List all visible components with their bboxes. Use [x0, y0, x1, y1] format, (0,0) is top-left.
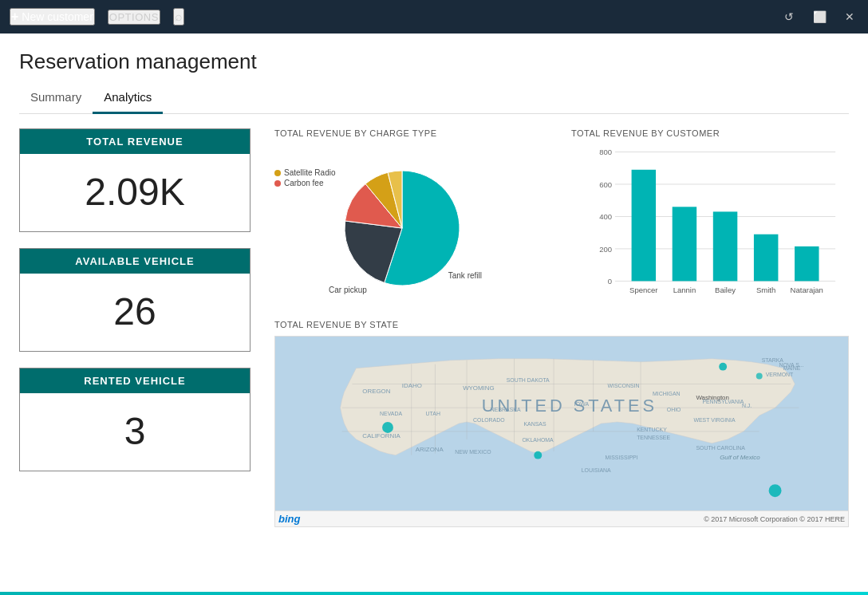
tab-summary[interactable]: Summary: [19, 85, 93, 114]
total-revenue-header: TOTAL REVENUE: [20, 129, 250, 154]
pie-legend: Satellite Radio Carbon fee: [274, 168, 335, 189]
svg-text:VERMONT: VERMONT: [766, 372, 794, 377]
rented-vehicle-header: RENTED VEHICLE: [20, 368, 250, 393]
total-revenue-card: TOTAL REVENUE 2.09K: [19, 128, 251, 232]
top-bar: + New customer OPTIONS ⌕ ↺ ⬜ ✕: [0, 0, 868, 33]
svg-text:KENTUCKY: KENTUCKY: [637, 427, 667, 432]
tab-analytics[interactable]: Analytics: [93, 85, 163, 114]
svg-text:400: 400: [599, 212, 612, 221]
svg-text:IOWA: IOWA: [574, 401, 590, 407]
svg-text:NEBRASKA: NEBRASKA: [491, 407, 521, 412]
svg-text:WEST VIRGINIA: WEST VIRGINIA: [693, 417, 736, 423]
map-copyright: © 2017 Microsoft Corporation © 2017 HERE: [704, 515, 845, 523]
map-svg: UNITED STATES Washington Gulf of Mexico …: [275, 337, 848, 510]
pie-chart-section: TOTAL REVENUE by CHARGE TYPE Satellite R…: [274, 128, 552, 304]
kpi-column: TOTAL REVENUE 2.09K AVAILABLE VEHICLE 26…: [19, 128, 251, 527]
svg-text:MICHIGAN: MICHIGAN: [653, 391, 681, 396]
map-footer: bing © 2017 Microsoft Corporation © 2017…: [274, 511, 849, 527]
new-customer-button[interactable]: + New customer: [10, 8, 95, 26]
svg-rect-12: [673, 207, 696, 281]
analytics-layout: TOTAL REVENUE 2.09K AVAILABLE VEHICLE 26…: [19, 114, 849, 527]
svg-text:KANSAS: KANSAS: [523, 421, 546, 427]
bar-chart-title: TOTAL REVENUE by CUSTOMER: [571, 128, 849, 138]
svg-text:PENNSYLVANIA: PENNSYLVANIA: [702, 399, 744, 404]
car-pickup-label: Car pickup: [329, 286, 367, 294]
available-vehicle-card: AVAILABLE VEHICLE 26: [19, 248, 251, 352]
svg-rect-16: [754, 234, 778, 282]
plus-icon: +: [11, 10, 18, 24]
bing-logo: bing: [278, 513, 300, 525]
svg-text:OKLAHOMA: OKLAHOMA: [522, 437, 554, 443]
new-customer-label: New customer: [22, 10, 93, 23]
svg-text:WISCONSIN: WISCONSIN: [607, 383, 639, 388]
pie-chart-container: Satellite Radio Carbon fee: [274, 144, 482, 304]
svg-text:0: 0: [608, 277, 612, 286]
svg-text:Gulf of Mexico: Gulf of Mexico: [720, 454, 760, 461]
svg-text:CALIFORNIA: CALIFORNIA: [362, 432, 400, 439]
svg-text:SOUTH CAROLINA: SOUTH CAROLINA: [696, 445, 745, 451]
charts-column: TOTAL REVENUE by CHARGE TYPE Satellite R…: [251, 128, 849, 527]
tank-refill-label: Tank refill: [448, 271, 482, 280]
svg-text:NEW MEXICO: NEW MEXICO: [455, 449, 491, 455]
svg-point-35: [719, 363, 727, 371]
svg-text:NEVADA: NEVADA: [380, 411, 402, 416]
svg-text:COLORADO: COLORADO: [473, 417, 505, 423]
svg-text:Lannin: Lannin: [673, 286, 696, 294]
top-bar-left: + New customer OPTIONS ⌕: [10, 8, 184, 26]
svg-text:MISSISSIPPI: MISSISSIPPI: [606, 455, 638, 460]
svg-text:UTAH: UTAH: [426, 411, 440, 416]
top-bar-right: ↺ ⬜ ✕: [780, 8, 858, 26]
svg-text:Smith: Smith: [756, 286, 775, 294]
svg-text:IDAHO: IDAHO: [402, 382, 422, 389]
svg-rect-18: [795, 246, 819, 282]
bar-chart-svg: 8006004002000SpencerLanninBaileySmithNat…: [571, 144, 849, 304]
available-vehicle-header: AVAILABLE VEHICLE: [20, 249, 250, 274]
map-title: TOTAL REVENUE by STATE: [274, 320, 849, 329]
rented-vehicle-value: 3: [20, 393, 250, 471]
options-button[interactable]: OPTIONS: [108, 10, 160, 25]
svg-text:SOUTH DAKOTA: SOUTH DAKOTA: [507, 377, 550, 383]
bar-chart-container: 8006004002000SpencerLanninBaileySmithNat…: [571, 144, 849, 304]
search-button[interactable]: ⌕: [173, 8, 184, 26]
svg-point-38: [769, 484, 782, 497]
tabs: Summary Analytics: [19, 85, 849, 114]
svg-rect-10: [632, 170, 656, 282]
svg-text:TENNESSEE: TENNESSEE: [637, 435, 670, 440]
svg-text:600: 600: [599, 180, 612, 189]
map-container: UNITED STATES Washington Gulf of Mexico …: [274, 336, 849, 511]
svg-text:ARIZONA: ARIZONA: [416, 446, 444, 453]
svg-point-36: [382, 422, 393, 433]
rented-vehicle-card: RENTED VEHICLE 3: [19, 368, 251, 471]
legend-satellite: Satellite Radio: [274, 168, 335, 177]
svg-text:OHIO: OHIO: [667, 407, 681, 412]
svg-text:UNITED STATES: UNITED STATES: [482, 396, 657, 416]
svg-text:WYOMING: WYOMING: [463, 384, 495, 392]
refresh-button[interactable]: ↺: [780, 8, 798, 26]
page-title: Reservation management: [19, 49, 849, 74]
svg-text:LOUISIANA: LOUISIANA: [582, 467, 611, 473]
svg-text:N.J.: N.J.: [742, 403, 752, 408]
available-vehicle-value: 26: [20, 274, 250, 351]
svg-text:Bailey: Bailey: [715, 286, 736, 294]
svg-text:200: 200: [599, 245, 612, 254]
svg-text:STARKA: STARKA: [762, 357, 784, 363]
total-revenue-value: 2.09K: [20, 154, 250, 231]
bar-chart-section: TOTAL REVENUE by CUSTOMER 8006004002000S…: [571, 128, 849, 304]
svg-text:800: 800: [599, 148, 612, 156]
svg-text:Spencer: Spencer: [629, 286, 658, 294]
svg-text:Natarajan: Natarajan: [791, 286, 823, 294]
main-content: Reservation management Summary Analytics…: [0, 33, 868, 527]
map-section: TOTAL REVENUE by STATE: [274, 320, 849, 527]
svg-rect-14: [713, 211, 737, 281]
svg-text:OREGON: OREGON: [362, 388, 390, 395]
svg-point-37: [534, 451, 542, 459]
maximize-button[interactable]: ⬜: [811, 8, 828, 26]
svg-text:MAINE: MAINE: [783, 365, 800, 371]
charts-top-row: TOTAL REVENUE by CHARGE TYPE Satellite R…: [274, 128, 849, 304]
legend-carbon: Carbon fee: [274, 179, 335, 187]
svg-point-39: [756, 373, 763, 380]
close-button[interactable]: ✕: [841, 8, 858, 26]
pie-chart-title: TOTAL REVENUE by CHARGE TYPE: [274, 128, 552, 138]
